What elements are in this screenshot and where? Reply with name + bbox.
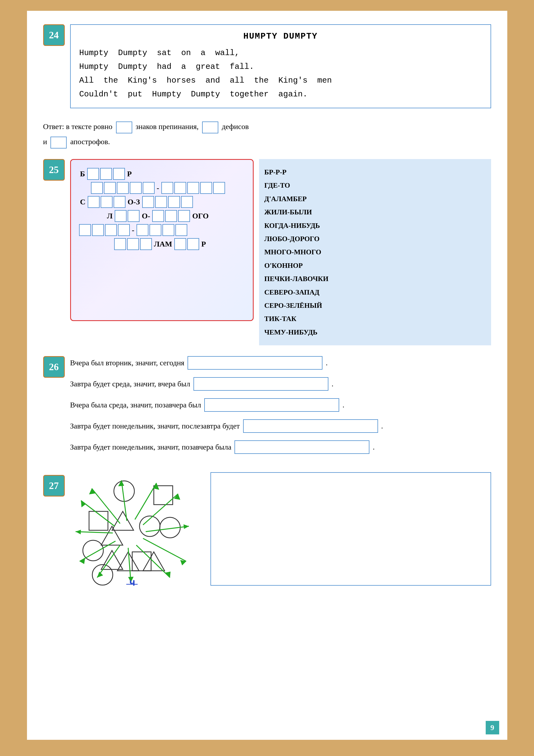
punctuation-answer-box[interactable] bbox=[116, 122, 132, 133]
task-27: 27 bbox=[43, 472, 491, 586]
task-27-badge: 27 bbox=[43, 475, 65, 497]
dot-1: . bbox=[326, 359, 328, 367]
fixed-lam: ЛАМ bbox=[153, 240, 173, 248]
svg-marker-36 bbox=[81, 500, 86, 507]
task-26-row-2: Завтра будет среда, значит, вчера был . bbox=[70, 377, 491, 391]
cell-5-5[interactable] bbox=[137, 224, 148, 236]
task-26-text-2: Завтра будет среда, значит, вчера был bbox=[70, 380, 190, 388]
fixed-ogo: ОГО bbox=[191, 212, 210, 220]
svg-line-15 bbox=[121, 480, 127, 521]
cell-1-3[interactable] bbox=[113, 168, 125, 180]
svg-marker-34 bbox=[76, 530, 81, 534]
task-24-box: HUMPTY DUMPTY Humpty Dumpty sat on a wal… bbox=[70, 24, 491, 108]
cell-2-4[interactable] bbox=[130, 182, 142, 194]
svg-marker-12 bbox=[112, 511, 134, 530]
cell-3-1[interactable] bbox=[88, 196, 100, 208]
cell-2-8[interactable] bbox=[187, 182, 199, 194]
word-item-12: ТИК-ТАК bbox=[265, 312, 486, 325]
svg-marker-22 bbox=[184, 524, 189, 529]
task-25: 25 Б Р - bbox=[43, 159, 491, 345]
task-25-grid[interactable]: Б Р - С bbox=[70, 159, 254, 321]
grid-row-5: - bbox=[79, 224, 245, 236]
dashes-answer-box[interactable] bbox=[202, 122, 218, 133]
task-26-text-4: Завтра будет понедельник, значит, послез… bbox=[70, 422, 240, 430]
cell-5-6[interactable] bbox=[149, 224, 161, 236]
svg-line-13 bbox=[92, 488, 120, 524]
dash-sep-2: - bbox=[156, 184, 160, 192]
cell-2-5[interactable] bbox=[143, 182, 155, 194]
cell-4-5[interactable] bbox=[178, 210, 190, 222]
cell-2-9[interactable] bbox=[200, 182, 212, 194]
word-item-2: ГДЕ-ТО bbox=[265, 179, 486, 192]
cell-1-1[interactable] bbox=[87, 168, 99, 180]
task-26-row-4: Завтра будет понедельник, значит, послез… bbox=[70, 419, 491, 433]
cell-6-3[interactable] bbox=[140, 238, 152, 250]
poem-line-1: Humpty Dumpty sat on a wall, bbox=[79, 46, 482, 60]
answer-suffix-text: апострофов. bbox=[70, 137, 110, 146]
cell-3-3[interactable] bbox=[114, 196, 125, 208]
task-27-answer-box[interactable] bbox=[211, 472, 491, 586]
cell-2-6[interactable] bbox=[161, 182, 173, 194]
cell-2-3[interactable] bbox=[117, 182, 129, 194]
cell-5-4[interactable] bbox=[118, 224, 130, 236]
cell-4-1[interactable] bbox=[115, 210, 127, 222]
cell-3-6[interactable] bbox=[168, 196, 180, 208]
answer-mid1-text: знаков препинания, bbox=[136, 122, 199, 131]
answer-and-text: и bbox=[43, 137, 47, 146]
svg-line-21 bbox=[146, 526, 189, 532]
task-25-badge: 25 bbox=[43, 159, 65, 181]
task-26-content: Вчера был вторник, значит, сегодня . Зав… bbox=[70, 356, 491, 461]
dot-2: . bbox=[332, 380, 334, 388]
cell-3-2[interactable] bbox=[101, 196, 113, 208]
svg-marker-14 bbox=[89, 488, 96, 494]
cell-3-5[interactable] bbox=[155, 196, 167, 208]
page-number: 9 bbox=[486, 721, 499, 734]
task-26-text-1: Вчера был вторник, значит, сегодня bbox=[70, 359, 185, 367]
cell-1-2[interactable] bbox=[100, 168, 112, 180]
svg-marker-9 bbox=[117, 552, 139, 571]
cell-5-2[interactable] bbox=[92, 224, 104, 236]
cell-3-4[interactable] bbox=[142, 196, 154, 208]
cell-4-3[interactable] bbox=[152, 210, 164, 222]
cell-6-2[interactable] bbox=[127, 238, 139, 250]
task-26: 26 Вчера был вторник, значит, сегодня . … bbox=[43, 356, 491, 461]
cell-5-3[interactable] bbox=[105, 224, 117, 236]
task-26-input-5[interactable] bbox=[235, 440, 369, 454]
cell-2-7[interactable] bbox=[174, 182, 186, 194]
fixed-letter-r2: Р bbox=[200, 240, 207, 248]
task-26-input-3[interactable] bbox=[204, 398, 339, 412]
poem-line-3: All the King's horses and all the King's… bbox=[79, 74, 482, 88]
svg-marker-26 bbox=[165, 572, 170, 578]
task-27-drawing: ч bbox=[70, 472, 205, 586]
cell-2-10[interactable] bbox=[213, 182, 225, 194]
cell-3-7[interactable] bbox=[181, 196, 193, 208]
cell-4-4[interactable] bbox=[165, 210, 177, 222]
task-24: 24 HUMPTY DUMPTY Humpty Dumpty sat on a … bbox=[43, 24, 491, 108]
task-26-row-5: Завтра будет понедельник, значит, позавч… bbox=[70, 440, 491, 454]
cell-5-7[interactable] bbox=[163, 224, 174, 236]
apostrophes-answer-box[interactable] bbox=[50, 137, 67, 148]
poem-line-2: Humpty Dumpty had a great fall. bbox=[79, 60, 482, 74]
answer-mid2-text: дефисов bbox=[222, 122, 249, 131]
cell-5-8[interactable] bbox=[175, 224, 187, 236]
cell-4-2[interactable] bbox=[128, 210, 140, 222]
fixed-o-z: О-З bbox=[127, 198, 141, 206]
cell-6-4[interactable] bbox=[174, 238, 186, 250]
cell-2-2[interactable] bbox=[104, 182, 116, 194]
word-item-11: СЕРО-ЗЕЛЁНЫЙ bbox=[265, 299, 486, 312]
svg-marker-30 bbox=[97, 572, 103, 578]
cell-5-1[interactable] bbox=[79, 224, 91, 236]
fixed-o-dash: О- bbox=[140, 212, 151, 220]
task-26-input-1[interactable] bbox=[188, 356, 322, 370]
task-26-input-2[interactable] bbox=[193, 377, 328, 391]
task-26-row-3: Вчера была среда, значит, позавчера был … bbox=[70, 398, 491, 412]
cell-2-1[interactable] bbox=[91, 182, 103, 194]
word-item-3: Д'АЛАМБЕР bbox=[265, 192, 486, 205]
svg-line-35 bbox=[81, 500, 115, 526]
word-item-4: ЖИЛИ-БЫЛИ bbox=[265, 205, 486, 219]
cell-6-5[interactable] bbox=[187, 238, 199, 250]
word-item-13: ЧЕМУ-НИБУДЬ bbox=[265, 326, 486, 339]
word-item-6: ЛЮБО-ДОРОГО bbox=[265, 232, 486, 245]
cell-6-1[interactable] bbox=[114, 238, 126, 250]
task-26-input-4[interactable] bbox=[243, 419, 378, 433]
